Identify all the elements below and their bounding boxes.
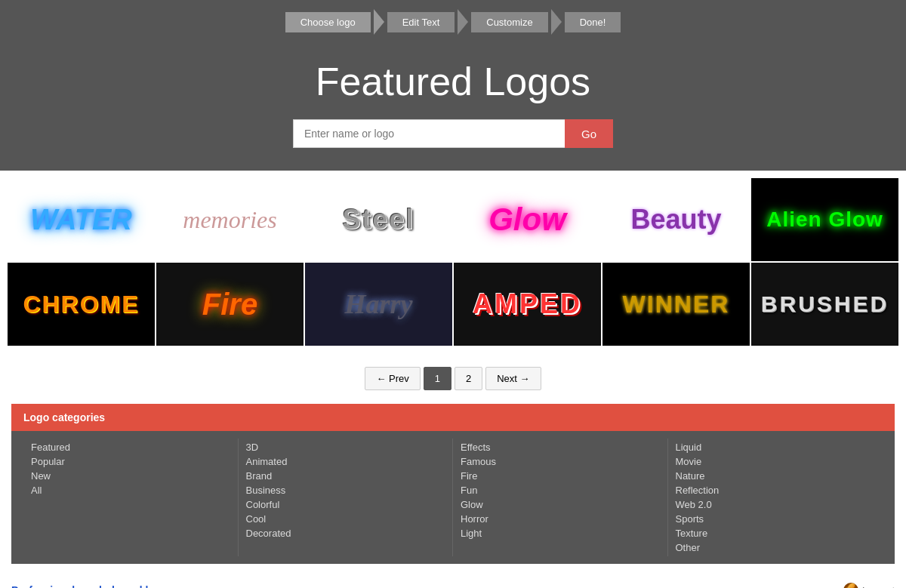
search-bar: Go [0, 119, 906, 148]
wizard-bar: Choose logo Edit Text Customize Done! [0, 0, 906, 44]
cat-brand[interactable]: Brand [246, 470, 445, 482]
cat-featured[interactable]: Featured [31, 442, 230, 453]
page-title: Featured Logos [0, 59, 906, 104]
cat-fire[interactable]: Fire [461, 470, 660, 482]
cat-reflection[interactable]: Reflection [676, 485, 876, 496]
cat-all[interactable]: All [31, 485, 230, 496]
cat-new[interactable]: New [31, 470, 230, 482]
bottom-section: Professional symbols and logos 🥜 logonut… [0, 575, 906, 588]
page-1-button[interactable]: 1 [424, 367, 451, 390]
logo-text-glow: Glow [488, 202, 566, 238]
wizard-step-edit-text[interactable]: Edit Text [387, 12, 455, 32]
go-button[interactable]: Go [565, 119, 613, 148]
cat-column-4: Liquid Movie Nature Reflection Web 2.0 S… [668, 439, 883, 556]
next-button[interactable]: Next → [485, 367, 541, 390]
logo-text-steel: Steel [342, 204, 414, 236]
logo-item-winner[interactable]: WINNER [602, 263, 750, 346]
cat-liquid[interactable]: Liquid [676, 442, 876, 453]
logo-item-memories[interactable]: memories [156, 178, 304, 261]
logonut-label: logonut [862, 585, 895, 589]
logo-text-amped: AMPED [473, 288, 582, 320]
cat-light[interactable]: Light [461, 528, 660, 539]
wizard-arrow-1 [374, 9, 384, 35]
cat-nature[interactable]: Nature [676, 470, 876, 482]
wizard-arrow-2 [458, 9, 468, 35]
header-area: Featured Logos Go [0, 44, 906, 171]
logo-text-beauty: Beauty [630, 204, 721, 236]
logo-item-fire[interactable]: Fire [156, 263, 304, 346]
pagination: ← Prev 1 2 Next → [0, 353, 906, 404]
logo-grid: WATER memories Steel Glow Beauty Alien G… [0, 171, 906, 353]
cat-business[interactable]: Business [246, 485, 445, 496]
cat-web2[interactable]: Web 2.0 [676, 499, 876, 510]
page-2-button[interactable]: 2 [455, 367, 482, 390]
logo-item-harry[interactable]: Harry [305, 263, 452, 346]
wizard-step-label: Choose logo [300, 17, 356, 28]
logo-item-steel[interactable]: Steel [305, 178, 452, 261]
logo-text-memories: memories [183, 206, 276, 234]
logo-text-winner: WINNER [623, 291, 730, 319]
cat-movie[interactable]: Movie [676, 456, 876, 467]
prev-button[interactable]: ← Prev [365, 367, 420, 390]
cat-column-2: 3D Animated Brand Business Colorful Cool… [239, 439, 454, 556]
cat-popular[interactable]: Popular [31, 456, 230, 467]
categories-header: Logo categories [11, 404, 895, 431]
search-input[interactable] [293, 119, 565, 148]
logo-item-brushed[interactable]: BRUSHED [751, 263, 898, 346]
wizard-step-label: Edit Text [402, 17, 440, 28]
logo-item-amped[interactable]: AMPED [454, 263, 601, 346]
categories-container: Logo categories Featured Popular New All… [11, 404, 895, 564]
cat-animated[interactable]: Animated [246, 456, 445, 467]
logo-text-chrome: CHROME [23, 291, 139, 319]
cat-glow[interactable]: Glow [461, 499, 660, 510]
logo-text-harry: Harry [345, 288, 413, 320]
cat-texture[interactable]: Texture [676, 528, 876, 539]
bottom-header: Professional symbols and logos 🥜 logonut [11, 583, 895, 588]
wizard-step-label: Customize [486, 17, 532, 28]
cat-column-3: Effects Famous Fire Fun Glow Horror Ligh… [453, 439, 668, 556]
wizard-step-choose-logo[interactable]: Choose logo [285, 12, 371, 32]
logo-item-chrome[interactable]: CHROME [8, 263, 155, 346]
cat-famous[interactable]: Famous [461, 456, 660, 467]
cat-column-1: Featured Popular New All [23, 439, 239, 556]
logo-item-glow[interactable]: Glow [454, 178, 601, 261]
wizard-step-done[interactable]: Done! [565, 12, 621, 32]
cat-other[interactable]: Other [676, 542, 876, 553]
logo-text-fire: Fire [202, 288, 257, 322]
cat-horror[interactable]: Horror [461, 513, 660, 525]
categories-grid: Featured Popular New All 3D Animated Bra… [11, 431, 895, 564]
wizard-step-customize[interactable]: Customize [471, 12, 547, 32]
cat-3d[interactable]: 3D [246, 442, 445, 453]
cat-fun[interactable]: Fun [461, 485, 660, 496]
logo-item-alien-glow[interactable]: Alien Glow [751, 178, 898, 261]
logo-text-alien-glow: Alien Glow [766, 208, 883, 232]
wizard-step-label: Done! [580, 17, 606, 28]
logo-text-water: WATER [30, 204, 131, 236]
cat-colorful[interactable]: Colorful [246, 499, 445, 510]
wizard-arrow-3 [551, 9, 562, 35]
logo-item-beauty[interactable]: Beauty [602, 178, 750, 261]
professional-symbols-link[interactable]: Professional symbols and logos [11, 584, 174, 588]
cat-cool[interactable]: Cool [246, 513, 445, 525]
logonut-icon: 🥜 [843, 583, 858, 588]
logonut-badge: 🥜 logonut [843, 583, 895, 588]
logo-text-brushed: BRUSHED [761, 291, 889, 317]
cat-effects[interactable]: Effects [461, 442, 660, 453]
cat-sports[interactable]: Sports [676, 513, 876, 525]
logo-item-water[interactable]: WATER [8, 178, 155, 261]
cat-decorated[interactable]: Decorated [246, 528, 445, 539]
